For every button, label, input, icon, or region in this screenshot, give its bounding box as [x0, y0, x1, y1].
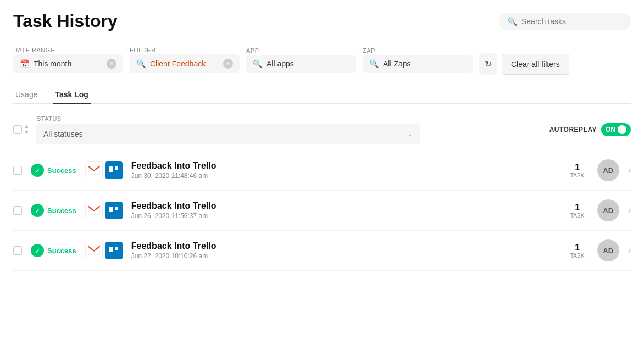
task-info-1: Feedback Into Trello Jun 26, 2020 11:56:… — [131, 201, 558, 220]
task-info-2: Feedback Into Trello Jun 22, 2020 10:10:… — [131, 241, 558, 260]
table-row: ✓ Success Feedback Into Trello Jun 26, 2… — [13, 191, 631, 231]
status-text-0: Success — [47, 166, 76, 175]
select-all-checkbox-wrapper[interactable]: ▲ ▼ — [13, 124, 29, 136]
gmail-icon-1 — [85, 202, 103, 219]
app-search-icon: 🔍 — [253, 59, 262, 68]
svg-rect-2 — [115, 166, 118, 170]
zap-value: All Zaps — [383, 59, 466, 68]
date-range-filter-group: DATE RANGE 📅 This month ✕ — [13, 47, 123, 73]
success-icon-1: ✓ — [31, 204, 44, 217]
calendar-icon: 📅 — [20, 59, 29, 68]
status-select-wrapper: STATUS All statuses ⌄ — [36, 115, 420, 144]
folder-filter[interactable]: 🔍 Client Feedback ✕ — [130, 54, 240, 73]
gmail-icon-0 — [85, 161, 103, 179]
svg-rect-5 — [115, 207, 118, 210]
folder-search-icon: 🔍 — [136, 59, 146, 68]
task-name-2: Feedback Into Trello — [131, 241, 558, 251]
row-checkbox-1[interactable] — [13, 206, 22, 215]
status-text-2: Success — [47, 247, 76, 255]
folder-filter-group: FOLDER 🔍 Client Feedback ✕ — [130, 47, 240, 73]
app-icons-0 — [85, 161, 123, 179]
avatar-2: AD — [597, 239, 619, 261]
avatar-1: AD — [597, 199, 619, 221]
task-count-num-1: 1 — [567, 203, 589, 213]
row-checkbox-2[interactable] — [13, 246, 22, 255]
app-filter-group: APP 🔍 All apps — [246, 47, 356, 73]
status-select[interactable]: All statuses ⌄ — [36, 124, 420, 144]
tabs-bar: Usage Task Log — [13, 86, 631, 104]
zap-search-icon: 🔍 — [369, 59, 379, 68]
svg-rect-7 — [109, 247, 113, 252]
folder-label: FOLDER — [130, 47, 240, 53]
task-count-0: 1 TASK — [567, 163, 589, 179]
status-dropdown-arrow: ⌄ — [407, 130, 413, 138]
task-name-1: Feedback Into Trello — [131, 201, 558, 211]
folder-clear-button[interactable]: ✕ — [223, 59, 233, 69]
autoreplay-toggle[interactable]: ON — [601, 123, 631, 136]
row-chevron-2[interactable]: › — [628, 246, 631, 255]
page-container: Task History 🔍 DATE RANGE 📅 This month ✕… — [0, 0, 644, 282]
trello-icon-1 — [105, 202, 123, 219]
select-all-checkbox[interactable] — [13, 125, 22, 134]
zap-label: ZAP — [363, 47, 473, 54]
app-icons-1 — [85, 202, 123, 219]
task-date-1: Jun 26, 2020 11:56:37 am — [131, 212, 558, 220]
zap-filter-group: ZAP 🔍 All Zaps — [363, 47, 473, 73]
svg-rect-1 — [109, 166, 113, 172]
table-row: ✓ Success Feedback Into Trello Jun 30, 2… — [13, 151, 631, 191]
task-count-label-2: TASK — [567, 253, 589, 259]
row-chevron-0[interactable]: › — [628, 165, 631, 175]
task-name-0: Feedback Into Trello — [131, 161, 558, 171]
filters-bar: DATE RANGE 📅 This month ✕ FOLDER 🔍 Clien… — [13, 44, 631, 75]
task-count-2: 1 TASK — [567, 243, 589, 259]
date-range-filter[interactable]: 📅 This month ✕ — [13, 54, 123, 73]
table-controls: ▲ ▼ STATUS All statuses ⌄ AUTOREPLAY ON — [13, 115, 631, 144]
status-value: All statuses — [43, 130, 83, 138]
status-badge-2: ✓ Success — [31, 244, 76, 257]
tab-task-log[interactable]: Task Log — [53, 86, 90, 104]
search-box[interactable]: 🔍 — [499, 13, 631, 30]
refresh-button[interactable]: ↻ — [479, 53, 497, 75]
search-icon: 🔍 — [508, 17, 517, 26]
success-icon-0: ✓ — [31, 164, 44, 177]
status-label: STATUS — [36, 115, 420, 122]
autoreplay-area: AUTOREPLAY ON — [549, 123, 631, 136]
tab-usage[interactable]: Usage — [13, 86, 40, 104]
filter-actions: ↻ Clear all filters — [479, 53, 569, 75]
trello-icon-2 — [105, 242, 123, 259]
page-title: Task History — [13, 11, 118, 31]
folder-value: Client Feedback — [150, 59, 219, 68]
clear-filters-button[interactable]: Clear all filters — [502, 54, 569, 75]
task-info-0: Feedback Into Trello Jun 30, 2020 11:48:… — [131, 161, 558, 180]
row-checkbox-0[interactable] — [13, 166, 22, 175]
app-filter[interactable]: 🔍 All apps — [246, 55, 356, 73]
status-text-1: Success — [47, 207, 76, 215]
status-badge-1: ✓ Success — [31, 204, 76, 217]
zap-filter[interactable]: 🔍 All Zaps — [363, 55, 473, 73]
status-badge-0: ✓ Success — [31, 164, 76, 177]
toggle-state-label: ON — [606, 126, 615, 133]
app-icons-2 — [85, 242, 123, 259]
autoreplay-label: AUTOREPLAY — [549, 126, 597, 133]
avatar-0: AD — [597, 159, 619, 181]
task-date-0: Jun 30, 2020 11:48:46 am — [131, 172, 558, 180]
task-list: ✓ Success Feedback Into Trello Jun 30, 2… — [13, 151, 631, 271]
search-input[interactable] — [521, 17, 622, 26]
svg-rect-8 — [115, 247, 118, 250]
task-count-label-0: TASK — [567, 172, 589, 179]
date-range-clear-button[interactable]: ✕ — [107, 59, 116, 69]
trello-icon-0 — [105, 161, 123, 179]
header: Task History 🔍 — [13, 11, 631, 31]
table-row: ✓ Success Feedback Into Trello Jun 22, 2… — [13, 231, 631, 271]
app-value: All apps — [267, 59, 349, 68]
app-label: APP — [246, 47, 356, 54]
gmail-icon-2 — [85, 242, 103, 259]
task-count-num-0: 1 — [567, 163, 589, 172]
sort-arrows[interactable]: ▲ ▼ — [24, 124, 29, 136]
svg-rect-4 — [109, 207, 113, 212]
date-range-value: This month — [34, 59, 102, 68]
success-icon-2: ✓ — [31, 244, 44, 257]
task-date-2: Jun 22, 2020 10:10:26 am — [131, 252, 558, 260]
task-count-num-2: 1 — [567, 243, 589, 253]
row-chevron-1[interactable]: › — [628, 205, 631, 215]
